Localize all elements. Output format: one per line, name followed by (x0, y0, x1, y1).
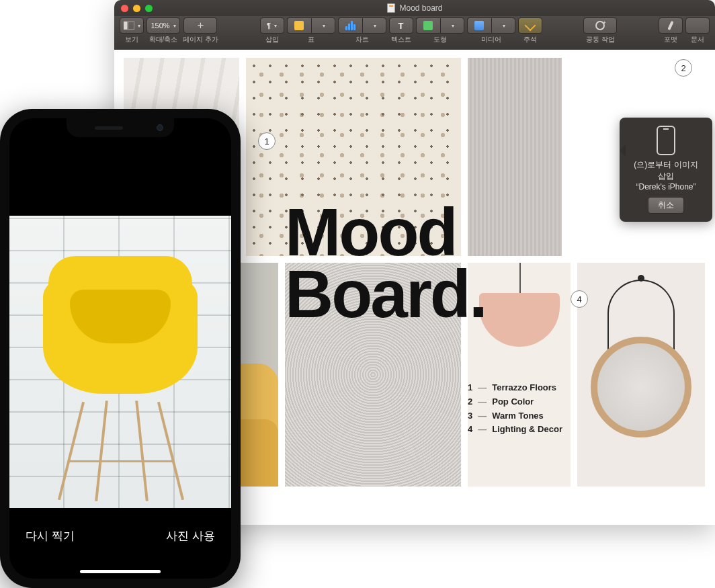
pencil-icon (524, 20, 536, 32)
legend-label: Lighting & Decor (492, 423, 562, 437)
window-title-text: Mood board (399, 3, 442, 13)
retake-button[interactable]: 다시 찍기 (26, 528, 75, 544)
textbox-button[interactable]: T (389, 17, 413, 34)
insert-label: 삽입 (265, 35, 279, 44)
toolbar-shape-group: ▾ 도형 (416, 17, 464, 44)
format-button[interactable] (659, 17, 683, 34)
captured-photo-preview[interactable] (9, 216, 231, 508)
legend-sep: — (478, 395, 487, 409)
legend-sep: — (478, 381, 487, 395)
svg-rect-1 (128, 22, 134, 30)
zoom-dropdown[interactable]: 150% ▾ (146, 17, 180, 34)
callout-marker[interactable]: 4 (571, 290, 588, 308)
toolbar-text-group: T 텍스트 (389, 17, 413, 44)
legend-number: 3 (468, 409, 472, 423)
toolbar-collab-group: 공동 작업 (583, 17, 617, 44)
shape-button[interactable] (416, 17, 440, 34)
toolbar-table-group: ▾ 표 (287, 17, 335, 44)
shape-icon (423, 21, 433, 30)
svg-rect-0 (124, 22, 127, 30)
cancel-label: 취소 (658, 200, 674, 210)
document-heading[interactable]: Mood Board. (285, 201, 486, 325)
toolbar-format-group: 포맷 (659, 17, 683, 44)
document-icon (387, 3, 395, 13)
add-page-button[interactable]: + (183, 17, 217, 34)
close-window-button[interactable] (121, 5, 128, 12)
table-icon (294, 21, 304, 30)
callout-marker[interactable]: 1 (258, 132, 276, 150)
shape-more-button[interactable]: ▾ (440, 17, 464, 34)
document-button[interactable] (685, 17, 710, 34)
front-camera-icon (157, 124, 163, 131)
callout-number: 1 (264, 136, 269, 146)
text-icon: T (398, 21, 404, 31)
legend-item: 4 — Lighting & Decor (468, 423, 562, 437)
heading-line2: Board. (285, 256, 486, 331)
chart-more-button[interactable]: ▾ (362, 17, 386, 34)
popover-text: (으)로부터 이미지 삽입 (629, 159, 703, 182)
table-button[interactable] (287, 17, 311, 34)
toolbar-annotate-group: 주석 (518, 17, 542, 44)
legend-sep: — (478, 423, 487, 437)
cancel-button[interactable]: 취소 (648, 197, 684, 214)
legend-sep: — (478, 409, 487, 423)
table-more-button[interactable]: ▾ (311, 17, 335, 34)
person-add-icon (595, 21, 605, 30)
callout-marker[interactable]: 2 (675, 59, 692, 77)
toolbar-chart-group: ▾ 차트 (338, 17, 386, 44)
toolbar-insert-group: ¶ ▾ 삽입 (260, 17, 284, 44)
legend[interactable]: 1 — Terrazzo Floors 2 — Pop Color 3 — Wa… (468, 381, 562, 437)
window-title: Mood board (153, 3, 677, 13)
lamp-illustration (519, 263, 521, 293)
view-label: 보기 (125, 35, 138, 44)
lamp-illustration (479, 293, 560, 347)
chevron-down-icon: ▾ (452, 23, 454, 29)
image-tile[interactable] (577, 263, 705, 487)
legend-item: 2 — Pop Color (468, 395, 562, 409)
paintbrush-icon (667, 21, 674, 30)
chevron-down-icon: ▾ (138, 23, 140, 29)
add-page-label: 페이지 추가 (183, 35, 218, 44)
chair-illustration (69, 460, 173, 462)
media-button[interactable] (467, 17, 491, 34)
toolbar-addpage-group: + 페이지 추가 (183, 17, 218, 44)
insert-button[interactable]: ¶ ▾ (260, 17, 284, 34)
legend-item: 1 — Terrazzo Floors (468, 381, 562, 395)
chevron-down-icon: ▾ (503, 23, 505, 29)
toolbar-zoom-group: 150% ▾ 확대/축소 (146, 17, 180, 44)
toolbar-document-group: 문서 (685, 17, 710, 44)
collaborate-button[interactable] (583, 17, 617, 34)
toolbar-media-group: ▾ 미디어 (467, 17, 515, 44)
legend-number: 2 (468, 395, 472, 409)
iphone-notch (67, 118, 174, 137)
legend-item: 3 — Warm Tones (468, 409, 562, 423)
annotate-button[interactable] (518, 17, 542, 34)
minimize-window-button[interactable] (133, 5, 140, 12)
window-controls (121, 5, 153, 12)
toolbar-view-group: ▾ 보기 (120, 17, 144, 44)
camera-action-bar: 다시 찍기 사진 사용 (9, 508, 231, 579)
table-label: 표 (308, 35, 314, 44)
chart-label: 차트 (355, 35, 369, 44)
mirror-illustration (591, 337, 691, 437)
text-label: 텍스트 (391, 35, 411, 44)
speaker-icon (95, 126, 123, 130)
view-icon (124, 22, 134, 30)
fullscreen-window-button[interactable] (145, 5, 153, 12)
legend-number: 4 (468, 423, 472, 437)
iphone-icon (657, 126, 675, 155)
popover-device-name: “Derek's iPhone” (629, 182, 703, 192)
chevron-down-icon: ▾ (173, 23, 176, 29)
media-more-button[interactable]: ▾ (491, 17, 515, 34)
media-label: 미디어 (481, 35, 501, 44)
plus-icon: + (197, 19, 204, 32)
callout-number: 2 (681, 63, 685, 73)
use-photo-button[interactable]: 사진 사용 (166, 528, 215, 544)
media-icon (474, 21, 484, 30)
window-titlebar: Mood board (114, 0, 715, 16)
chart-button[interactable] (338, 17, 362, 34)
format-label: 포맷 (664, 35, 677, 44)
zoom-label: 확대/축소 (149, 35, 178, 44)
zoom-value: 150% (151, 22, 169, 30)
view-button[interactable]: ▾ (120, 17, 144, 34)
